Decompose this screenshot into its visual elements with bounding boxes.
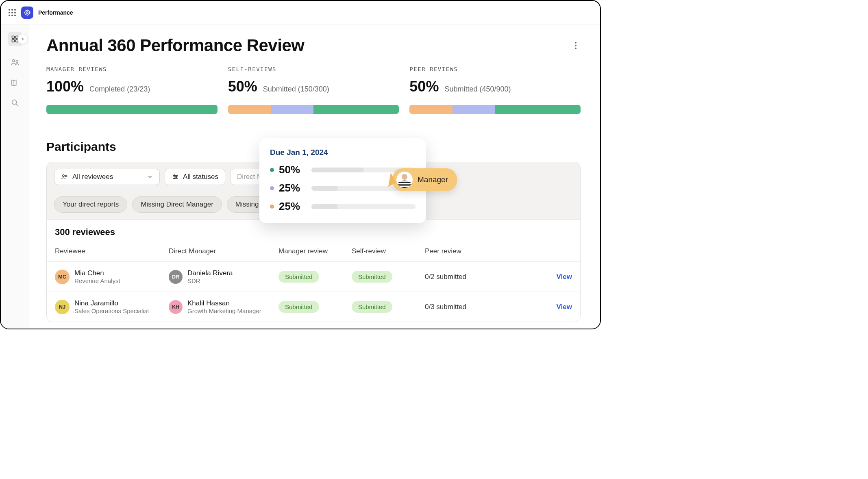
collaborator-label: Manager [418, 175, 448, 184]
book-icon[interactable] [11, 78, 20, 87]
avatar [396, 172, 413, 188]
popover-title: Due Jan 1, 2024 [270, 148, 416, 157]
person-role: SDR [187, 277, 233, 284]
kpi-label: MANAGER REVIEWS [46, 66, 218, 72]
more-menu-icon[interactable] [571, 41, 581, 50]
app-logo-icon [21, 7, 33, 19]
avatar: KH [169, 300, 183, 314]
filter-label: All reviewees [72, 173, 113, 181]
person-name: Nina Jaramillo [74, 299, 149, 307]
direct-manager-cell: DR Daniela RiveraSDR [169, 269, 278, 284]
kpi-desc: Completed (23/23) [89, 85, 150, 94]
svg-point-11 [65, 175, 67, 177]
main-content: Annual 360 Performance Review MANAGER RE… [29, 24, 600, 329]
chevron-down-icon [147, 174, 153, 180]
reviewee-cell: MC Mia ChenRevenue Analyst [55, 269, 169, 284]
col-peer-review: Peer review [425, 247, 506, 255]
kpi-manager-reviews: MANAGER REVIEWS 100% Completed (23/23) [46, 66, 218, 114]
person-name: Khalil Hassan [187, 299, 261, 307]
kpi-desc: Submitted (450/900) [444, 85, 511, 94]
status-dot-icon [270, 205, 274, 209]
person-role: Growth Marketing Manager [187, 307, 261, 314]
participants-table: Reviewee Direct Manager Manager review S… [47, 242, 580, 322]
view-link[interactable]: View [506, 273, 572, 281]
popover-percent: 25% [279, 182, 307, 194]
dashboard-icon[interactable] [8, 32, 22, 46]
page-title: Annual 360 Performance Review [46, 36, 304, 55]
kpi-percent: 100% [46, 78, 84, 95]
kpi-peer-reviews: PEER REVIEWS 50% Submitted (450/900) [409, 66, 581, 114]
table-row: MC Mia ChenRevenue Analyst DR Daniela Ri… [47, 261, 580, 292]
svg-point-1 [26, 11, 28, 13]
people-icon [61, 173, 68, 181]
status-badge: Submitted [278, 271, 319, 283]
kpi-progress-bar [409, 105, 581, 114]
table-row: NJ Nina JaramilloSales Operations Specia… [47, 292, 580, 322]
topbar: Performance [1, 1, 600, 24]
col-manager-review: Manager review [278, 247, 352, 255]
people-icon[interactable] [11, 58, 20, 67]
status-dot-icon [270, 168, 274, 172]
col-self-review: Self-review [352, 247, 425, 255]
popover-row: 25% [270, 200, 416, 213]
avatar: NJ [55, 300, 70, 314]
peer-review-cell: 0/3 submitted [425, 303, 506, 311]
kpi-percent: 50% [228, 78, 257, 95]
kpi-label: PEER REVIEWS [409, 66, 581, 72]
expand-sidebar-icon[interactable] [17, 34, 28, 44]
filter-reviewees-dropdown[interactable]: All reviewees [54, 169, 160, 185]
svg-point-7 [16, 61, 18, 63]
filter-statuses-dropdown[interactable]: All statuses [165, 169, 225, 185]
kpi-progress-bar [46, 105, 218, 114]
app-name: Performance [38, 9, 73, 16]
svg-rect-2 [12, 36, 14, 39]
svg-point-0 [25, 10, 30, 15]
col-reviewee: Reviewee [55, 247, 169, 255]
person-name: Daniela Rivera [187, 269, 233, 277]
sliders-icon [172, 173, 179, 181]
app-frame: Performance Annual 360 Performance Revie… [0, 0, 601, 329]
svg-rect-4 [12, 40, 14, 42]
kpi-row: MANAGER REVIEWS 100% Completed (23/23) S… [46, 66, 581, 114]
status-dot-icon [270, 186, 274, 190]
kpi-percent: 50% [409, 78, 439, 95]
view-link[interactable]: View [506, 303, 572, 311]
avatar: MC [55, 270, 70, 284]
popover-percent: 25% [279, 200, 307, 213]
kpi-progress-bar [228, 105, 399, 114]
table-header: Reviewee Direct Manager Manager review S… [47, 242, 580, 261]
collaborator-cursor: Manager [385, 168, 457, 191]
filter-label: All statuses [183, 173, 218, 181]
chip-missing-direct-manager[interactable]: Missing Direct Manager [132, 196, 222, 213]
kpi-label: SELF-REVIEWS [228, 66, 399, 72]
person-role: Revenue Analyst [74, 277, 120, 284]
kpi-desc: Submitted (150/300) [263, 85, 329, 94]
svg-point-8 [12, 100, 16, 105]
svg-line-9 [16, 104, 18, 107]
direct-manager-cell: KH Khalil HassanGrowth Marketing Manager [169, 299, 278, 314]
search-icon[interactable] [11, 98, 20, 107]
col-direct-manager: Direct Manager [169, 247, 278, 255]
popover-bar [311, 204, 416, 209]
sidebar [1, 24, 29, 329]
popover-percent: 50% [279, 163, 307, 176]
table-body: MC Mia ChenRevenue Analyst DR Daniela Ri… [47, 261, 580, 322]
person-role: Sales Operations Specialist [74, 307, 149, 314]
status-badge: Submitted [352, 271, 392, 283]
svg-point-10 [63, 175, 65, 177]
collaborator-chip: Manager [392, 168, 457, 191]
svg-point-6 [12, 60, 14, 62]
person-name: Mia Chen [74, 269, 120, 277]
reviewee-cell: NJ Nina JaramilloSales Operations Specia… [55, 299, 169, 314]
apps-grid-icon[interactable] [8, 9, 16, 17]
status-badge: Submitted [352, 301, 392, 313]
peer-review-cell: 0/2 submitted [425, 273, 506, 281]
status-badge: Submitted [278, 301, 319, 313]
avatar: DR [169, 270, 183, 284]
kpi-self-reviews: SELF-REVIEWS 50% Submitted (150/300) [228, 66, 399, 114]
chip-direct-reports[interactable]: Your direct reports [54, 196, 127, 213]
